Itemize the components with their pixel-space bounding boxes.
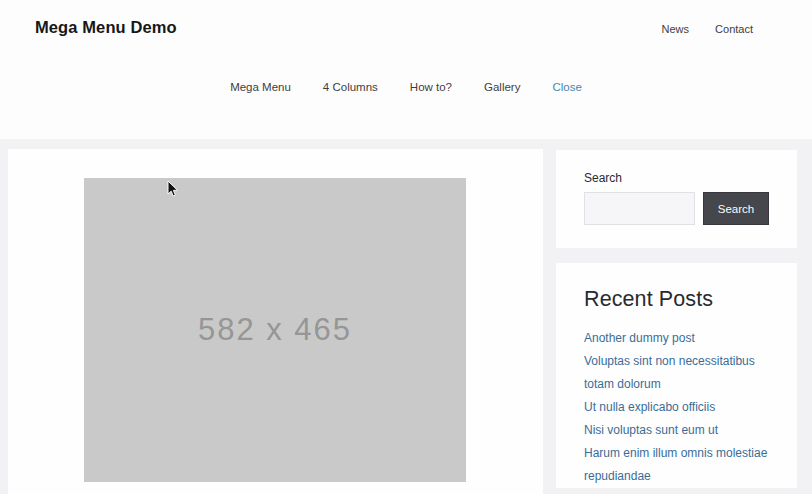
post-link[interactable]: Voluptas sint non necessitatibus totam d…	[584, 354, 755, 391]
recent-posts-title: Recent Posts	[584, 287, 769, 312]
primary-nav: Mega Menu 4 Columns How to? Gallery Clos…	[0, 81, 812, 93]
post-link[interactable]: Ut nulla explicabo officiis	[584, 400, 715, 414]
recent-posts-widget: Recent Posts Another dummy post Voluptas…	[556, 263, 797, 488]
nav-item-news[interactable]: News	[662, 23, 690, 35]
list-item: Ut nulla explicabo officiis	[584, 395, 769, 418]
nav-item-contact[interactable]: Contact	[715, 23, 753, 35]
list-item: Nisi voluptas sunt eum ut	[584, 418, 769, 441]
list-item: Another dummy post	[584, 326, 769, 349]
search-row: Search	[584, 192, 769, 225]
page: Mega Menu Demo News Contact Mega Menu 4 …	[0, 0, 812, 494]
post-link[interactable]: Another dummy post	[584, 331, 695, 345]
nav-item-4-columns[interactable]: 4 Columns	[323, 81, 378, 93]
site-title[interactable]: Mega Menu Demo	[35, 18, 177, 37]
nav-item-how-to[interactable]: How to?	[410, 81, 452, 93]
nav-item-close[interactable]: Close	[552, 81, 581, 93]
list-item: Harum enim illum omnis molestiae repudia…	[584, 441, 769, 487]
placeholder-image: 582 x 465	[84, 178, 466, 482]
search-input[interactable]	[584, 192, 695, 225]
placeholder-image-label: 582 x 465	[198, 312, 352, 348]
secondary-nav: News Contact	[662, 23, 753, 35]
search-widget-label: Search	[584, 171, 769, 185]
recent-posts-list: Another dummy post Voluptas sint non nec…	[584, 326, 769, 487]
search-widget: Search Search	[556, 150, 797, 248]
list-item: Voluptas sint non necessitatibus totam d…	[584, 349, 769, 395]
site-header: Mega Menu Demo News Contact Mega Menu 4 …	[0, 0, 812, 139]
nav-item-gallery[interactable]: Gallery	[484, 81, 520, 93]
post-link[interactable]: Harum enim illum omnis molestiae repudia…	[584, 446, 767, 483]
search-button[interactable]: Search	[703, 192, 769, 225]
post-link[interactable]: Nisi voluptas sunt eum ut	[584, 423, 718, 437]
nav-item-mega-menu[interactable]: Mega Menu	[230, 81, 291, 93]
main-content-card: 582 x 465	[8, 149, 543, 494]
